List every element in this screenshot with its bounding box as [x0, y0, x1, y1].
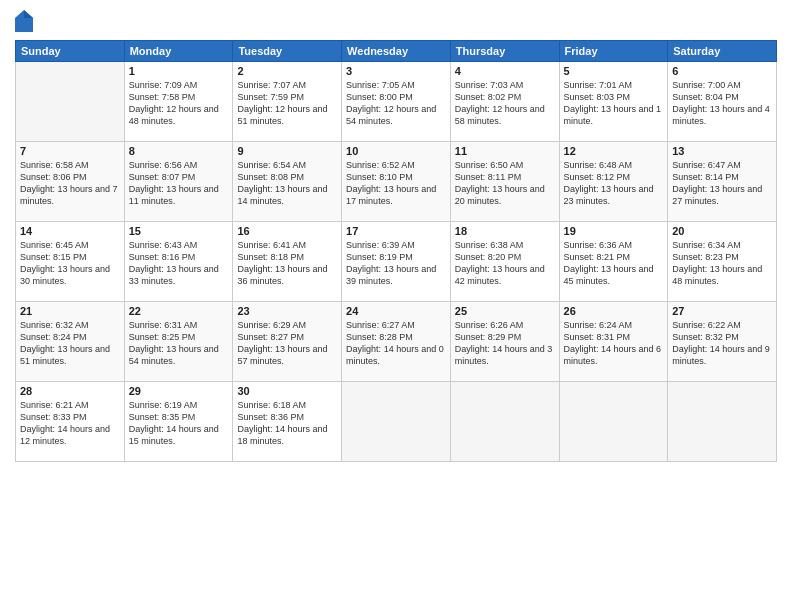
calendar-day-cell: 26Sunrise: 6:24 AM Sunset: 8:31 PM Dayli…: [559, 302, 668, 382]
calendar-week-row: 7Sunrise: 6:58 AM Sunset: 8:06 PM Daylig…: [16, 142, 777, 222]
day-info: Sunrise: 6:36 AM Sunset: 8:21 PM Dayligh…: [564, 239, 664, 288]
day-number: 20: [672, 225, 772, 237]
calendar-day-cell: [450, 382, 559, 462]
calendar-day-cell: 5Sunrise: 7:01 AM Sunset: 8:03 PM Daylig…: [559, 62, 668, 142]
calendar-day-cell: 30Sunrise: 6:18 AM Sunset: 8:36 PM Dayli…: [233, 382, 342, 462]
day-number: 25: [455, 305, 555, 317]
day-number: 17: [346, 225, 446, 237]
day-number: 9: [237, 145, 337, 157]
calendar-day-cell: 1Sunrise: 7:09 AM Sunset: 7:58 PM Daylig…: [124, 62, 233, 142]
day-info: Sunrise: 6:52 AM Sunset: 8:10 PM Dayligh…: [346, 159, 446, 208]
calendar-day-cell: 24Sunrise: 6:27 AM Sunset: 8:28 PM Dayli…: [342, 302, 451, 382]
calendar-day-cell: 25Sunrise: 6:26 AM Sunset: 8:29 PM Dayli…: [450, 302, 559, 382]
day-number: 16: [237, 225, 337, 237]
calendar-day-cell: [668, 382, 777, 462]
day-info: Sunrise: 6:58 AM Sunset: 8:06 PM Dayligh…: [20, 159, 120, 208]
calendar-weekday-friday: Friday: [559, 41, 668, 62]
day-number: 14: [20, 225, 120, 237]
calendar-day-cell: 3Sunrise: 7:05 AM Sunset: 8:00 PM Daylig…: [342, 62, 451, 142]
day-number: 4: [455, 65, 555, 77]
day-number: 27: [672, 305, 772, 317]
calendar-day-cell: 18Sunrise: 6:38 AM Sunset: 8:20 PM Dayli…: [450, 222, 559, 302]
day-number: 5: [564, 65, 664, 77]
day-info: Sunrise: 6:41 AM Sunset: 8:18 PM Dayligh…: [237, 239, 337, 288]
day-info: Sunrise: 7:03 AM Sunset: 8:02 PM Dayligh…: [455, 79, 555, 128]
day-number: 6: [672, 65, 772, 77]
calendar-day-cell: 28Sunrise: 6:21 AM Sunset: 8:33 PM Dayli…: [16, 382, 125, 462]
day-number: 24: [346, 305, 446, 317]
calendar-weekday-monday: Monday: [124, 41, 233, 62]
calendar-day-cell: [342, 382, 451, 462]
calendar-header-row: SundayMondayTuesdayWednesdayThursdayFrid…: [16, 41, 777, 62]
day-number: 30: [237, 385, 337, 397]
calendar-week-row: 1Sunrise: 7:09 AM Sunset: 7:58 PM Daylig…: [16, 62, 777, 142]
calendar-weekday-tuesday: Tuesday: [233, 41, 342, 62]
calendar-day-cell: 22Sunrise: 6:31 AM Sunset: 8:25 PM Dayli…: [124, 302, 233, 382]
calendar-day-cell: 14Sunrise: 6:45 AM Sunset: 8:15 PM Dayli…: [16, 222, 125, 302]
logo: [15, 10, 37, 32]
page: SundayMondayTuesdayWednesdayThursdayFrid…: [0, 0, 792, 612]
day-number: 3: [346, 65, 446, 77]
day-info: Sunrise: 6:19 AM Sunset: 8:35 PM Dayligh…: [129, 399, 229, 448]
calendar-day-cell: [559, 382, 668, 462]
day-number: 28: [20, 385, 120, 397]
calendar-day-cell: 13Sunrise: 6:47 AM Sunset: 8:14 PM Dayli…: [668, 142, 777, 222]
day-info: Sunrise: 6:39 AM Sunset: 8:19 PM Dayligh…: [346, 239, 446, 288]
day-info: Sunrise: 7:07 AM Sunset: 7:59 PM Dayligh…: [237, 79, 337, 128]
logo-icon: [15, 10, 33, 32]
day-info: Sunrise: 6:54 AM Sunset: 8:08 PM Dayligh…: [237, 159, 337, 208]
calendar-day-cell: 15Sunrise: 6:43 AM Sunset: 8:16 PM Dayli…: [124, 222, 233, 302]
day-number: 8: [129, 145, 229, 157]
calendar: SundayMondayTuesdayWednesdayThursdayFrid…: [15, 40, 777, 462]
calendar-day-cell: 29Sunrise: 6:19 AM Sunset: 8:35 PM Dayli…: [124, 382, 233, 462]
day-info: Sunrise: 7:09 AM Sunset: 7:58 PM Dayligh…: [129, 79, 229, 128]
day-number: 12: [564, 145, 664, 157]
day-info: Sunrise: 6:26 AM Sunset: 8:29 PM Dayligh…: [455, 319, 555, 368]
calendar-weekday-sunday: Sunday: [16, 41, 125, 62]
day-number: 29: [129, 385, 229, 397]
calendar-day-cell: 8Sunrise: 6:56 AM Sunset: 8:07 PM Daylig…: [124, 142, 233, 222]
day-number: 26: [564, 305, 664, 317]
day-info: Sunrise: 6:43 AM Sunset: 8:16 PM Dayligh…: [129, 239, 229, 288]
calendar-day-cell: 7Sunrise: 6:58 AM Sunset: 8:06 PM Daylig…: [16, 142, 125, 222]
day-info: Sunrise: 7:00 AM Sunset: 8:04 PM Dayligh…: [672, 79, 772, 128]
day-number: 1: [129, 65, 229, 77]
calendar-day-cell: 17Sunrise: 6:39 AM Sunset: 8:19 PM Dayli…: [342, 222, 451, 302]
calendar-day-cell: 2Sunrise: 7:07 AM Sunset: 7:59 PM Daylig…: [233, 62, 342, 142]
calendar-day-cell: 10Sunrise: 6:52 AM Sunset: 8:10 PM Dayli…: [342, 142, 451, 222]
day-number: 23: [237, 305, 337, 317]
day-info: Sunrise: 6:29 AM Sunset: 8:27 PM Dayligh…: [237, 319, 337, 368]
calendar-day-cell: 11Sunrise: 6:50 AM Sunset: 8:11 PM Dayli…: [450, 142, 559, 222]
calendar-weekday-wednesday: Wednesday: [342, 41, 451, 62]
day-number: 13: [672, 145, 772, 157]
day-number: 18: [455, 225, 555, 237]
calendar-day-cell: 21Sunrise: 6:32 AM Sunset: 8:24 PM Dayli…: [16, 302, 125, 382]
day-number: 22: [129, 305, 229, 317]
day-info: Sunrise: 6:38 AM Sunset: 8:20 PM Dayligh…: [455, 239, 555, 288]
day-number: 19: [564, 225, 664, 237]
day-info: Sunrise: 6:56 AM Sunset: 8:07 PM Dayligh…: [129, 159, 229, 208]
day-number: 21: [20, 305, 120, 317]
day-number: 11: [455, 145, 555, 157]
calendar-day-cell: 16Sunrise: 6:41 AM Sunset: 8:18 PM Dayli…: [233, 222, 342, 302]
calendar-weekday-saturday: Saturday: [668, 41, 777, 62]
calendar-week-row: 28Sunrise: 6:21 AM Sunset: 8:33 PM Dayli…: [16, 382, 777, 462]
day-info: Sunrise: 7:01 AM Sunset: 8:03 PM Dayligh…: [564, 79, 664, 128]
day-number: 10: [346, 145, 446, 157]
day-number: 2: [237, 65, 337, 77]
day-info: Sunrise: 6:32 AM Sunset: 8:24 PM Dayligh…: [20, 319, 120, 368]
day-info: Sunrise: 6:27 AM Sunset: 8:28 PM Dayligh…: [346, 319, 446, 368]
calendar-week-row: 14Sunrise: 6:45 AM Sunset: 8:15 PM Dayli…: [16, 222, 777, 302]
day-info: Sunrise: 6:47 AM Sunset: 8:14 PM Dayligh…: [672, 159, 772, 208]
calendar-day-cell: 4Sunrise: 7:03 AM Sunset: 8:02 PM Daylig…: [450, 62, 559, 142]
svg-marker-1: [24, 10, 33, 18]
day-info: Sunrise: 6:21 AM Sunset: 8:33 PM Dayligh…: [20, 399, 120, 448]
calendar-day-cell: 9Sunrise: 6:54 AM Sunset: 8:08 PM Daylig…: [233, 142, 342, 222]
day-number: 15: [129, 225, 229, 237]
day-info: Sunrise: 6:34 AM Sunset: 8:23 PM Dayligh…: [672, 239, 772, 288]
day-info: Sunrise: 6:48 AM Sunset: 8:12 PM Dayligh…: [564, 159, 664, 208]
calendar-day-cell: 19Sunrise: 6:36 AM Sunset: 8:21 PM Dayli…: [559, 222, 668, 302]
calendar-day-cell: 12Sunrise: 6:48 AM Sunset: 8:12 PM Dayli…: [559, 142, 668, 222]
day-info: Sunrise: 6:31 AM Sunset: 8:25 PM Dayligh…: [129, 319, 229, 368]
day-info: Sunrise: 6:22 AM Sunset: 8:32 PM Dayligh…: [672, 319, 772, 368]
